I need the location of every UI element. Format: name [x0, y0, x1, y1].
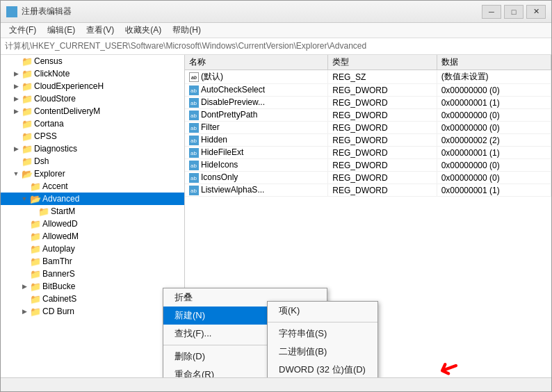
addressbar: 计算机\HKEY_CURRENT_USER\Software\Microsoft…: [1, 38, 551, 55]
titlebar: 注册表编辑器 ─ □ ✕: [1, 1, 551, 23]
maximize-button[interactable]: □: [504, 5, 523, 19]
addressbar-text: 计算机\HKEY_CURRENT_USER\Software\Microsoft…: [5, 40, 366, 52]
sm-item-key[interactable]: 项(K): [268, 302, 378, 320]
app-icon: [6, 6, 17, 17]
svg-rect-2: [7, 13, 11, 17]
menu-file[interactable]: 文件(F): [3, 23, 42, 38]
red-arrow-indicator: ➜: [435, 351, 464, 377]
cm-label: 删除(D): [174, 350, 205, 363]
svg-rect-3: [13, 13, 17, 17]
main-content: 📁 Census ▶ 📁 ClickNote ▶ 📁 CloudExperien…: [1, 55, 551, 377]
window-title: 注册表编辑器: [22, 6, 482, 17]
svg-rect-0: [7, 7, 11, 11]
cm-label: 重命名(R): [174, 368, 214, 377]
statusbar: [1, 377, 551, 391]
menu-edit[interactable]: 编辑(E): [42, 23, 81, 38]
menubar: 文件(F) 编辑(E) 查看(V) 收藏夹(A) 帮助(H): [1, 23, 551, 38]
sm-separator: [268, 322, 378, 322]
sm-item-dword[interactable]: DWORD (32 位)值(D): [268, 361, 378, 377]
menu-help[interactable]: 帮助(H): [167, 23, 206, 38]
sm-item-binary[interactable]: 二进制值(B): [268, 343, 378, 361]
context-menu-overlay: 折叠 新建(N) ▶ 查找(F)... 删除(D) 重命名(R): [1, 55, 551, 377]
menu-favorites[interactable]: 收藏夹(A): [120, 23, 167, 38]
minimize-button[interactable]: ─: [482, 5, 501, 19]
sm-item-string[interactable]: 字符串值(S): [268, 325, 378, 343]
submenu[interactable]: 项(K) 字符串值(S) 二进制值(B) DWORD (32 位)值(D) QW…: [267, 301, 378, 377]
main-window: 注册表编辑器 ─ □ ✕ 文件(F) 编辑(E) 查看(V) 收藏夹(A) 帮助…: [0, 0, 552, 392]
window-controls: ─ □ ✕: [482, 5, 546, 19]
svg-rect-1: [13, 7, 17, 11]
close-button[interactable]: ✕: [526, 5, 546, 19]
menu-view[interactable]: 查看(V): [81, 23, 120, 38]
cm-label: 查找(F)...: [174, 327, 211, 340]
cm-label: 折叠: [174, 291, 193, 304]
cm-label: 新建(N): [174, 309, 205, 322]
